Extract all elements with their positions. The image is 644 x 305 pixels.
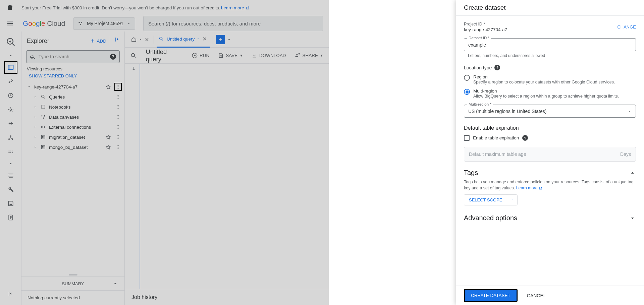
- close-icon[interactable]: [202, 36, 208, 42]
- help-icon[interactable]: ?: [522, 135, 528, 141]
- expiration-heading: Default table expiration: [464, 125, 636, 131]
- chevron-right-icon[interactable]: [33, 135, 38, 139]
- tab-divider: [154, 36, 154, 44]
- dataset-id-hint: Letters, numbers, and underscores allowe…: [464, 53, 636, 58]
- rail-item-icon[interactable]: [4, 169, 17, 182]
- download-button[interactable]: DOWNLOAD: [252, 53, 286, 58]
- region-radio[interactable]: Region Specify a region to colocate your…: [464, 74, 636, 84]
- select-scope-button[interactable]: SELECT SCOPE: [464, 194, 507, 205]
- panel-title: Create dataset: [456, 0, 644, 16]
- svg-point-30: [118, 125, 119, 126]
- tree-row[interactable]: Queries: [21, 92, 124, 102]
- multiregion-radio[interactable]: Multi-region Allow BigQuery to select a …: [464, 88, 636, 99]
- more-menu-icon[interactable]: [114, 114, 122, 120]
- cancel-button[interactable]: CANCEL: [524, 290, 549, 301]
- explorer-search[interactable]: ?: [26, 50, 120, 63]
- chevron-down-icon[interactable]: [27, 85, 32, 89]
- run-button[interactable]: RUN: [192, 53, 209, 58]
- rail-transfers-icon[interactable]: [4, 75, 17, 88]
- svg-point-3: [7, 38, 13, 44]
- tree-row[interactable]: Data canvases: [21, 112, 124, 122]
- explorer-search-input[interactable]: [39, 54, 107, 59]
- star-icon[interactable]: [104, 144, 112, 150]
- google-cloud-logo[interactable]: Google Cloud: [23, 19, 65, 27]
- query-icon: [159, 36, 165, 42]
- rail-separator: [10, 55, 11, 56]
- radio-checked-icon: [464, 89, 470, 95]
- chevron-right-icon[interactable]: [33, 105, 38, 109]
- hamburger-menu-icon[interactable]: [5, 19, 15, 28]
- tree-row[interactable]: migration_dataset: [21, 132, 124, 142]
- summary-toggle[interactable]: SUMMARY: [21, 277, 124, 290]
- more-menu-icon[interactable]: [114, 104, 122, 110]
- chevron-right-icon[interactable]: [33, 115, 38, 119]
- tree-row[interactable]: Notebooks: [21, 102, 124, 112]
- multiregion-select[interactable]: US (multiple regions in United States): [464, 105, 636, 118]
- dataset-icon: [40, 144, 46, 150]
- collapse-explorer-icon[interactable]: [110, 36, 119, 46]
- bigquery-icon[interactable]: [4, 36, 17, 48]
- rail-item-icon[interactable]: [4, 197, 17, 210]
- chevron-down-icon[interactable]: [227, 38, 231, 42]
- chevron-up-icon[interactable]: [629, 170, 636, 176]
- change-project-button[interactable]: CHANGE: [617, 24, 636, 29]
- chevron-right-icon[interactable]: [33, 95, 38, 99]
- tags-learn-more-link[interactable]: Learn more: [516, 186, 542, 190]
- resource-tree: key-range-427704-a7 Queries Notebooks: [21, 82, 124, 273]
- multiregion-select-label: Multi-region *: [467, 102, 493, 106]
- rail-item-icon[interactable]: [4, 211, 17, 224]
- more-menu-icon[interactable]: [114, 94, 122, 100]
- more-menu-icon[interactable]: [114, 83, 122, 91]
- svg-point-51: [192, 53, 197, 58]
- rail-expand-icon[interactable]: [4, 288, 17, 300]
- rail-reservations-icon[interactable]: [4, 117, 17, 130]
- left-rail: [0, 32, 21, 305]
- create-dataset-button[interactable]: CREATE DATASET: [464, 289, 518, 302]
- global-search[interactable]: Search (/) for resources, docs, products…: [143, 16, 323, 31]
- svg-point-48: [118, 148, 119, 149]
- chevron-right-icon[interactable]: [33, 125, 38, 129]
- tree-row[interactable]: External connections: [21, 122, 124, 132]
- chevron-down-icon[interactable]: [197, 37, 200, 41]
- chevron-right-icon[interactable]: [33, 145, 38, 149]
- rail-explorer-icon[interactable]: [4, 61, 17, 74]
- tree-row[interactable]: mongo_bq_dataset: [21, 142, 124, 152]
- svg-point-53: [296, 54, 298, 55]
- star-icon[interactable]: [104, 134, 112, 140]
- more-menu-icon[interactable]: [114, 144, 122, 150]
- project-picker[interactable]: My Project 49591: [73, 17, 135, 30]
- home-tab[interactable]: [129, 33, 151, 46]
- chevron-down-icon[interactable]: [139, 38, 142, 41]
- save-button[interactable]: SAVE▼: [218, 53, 243, 58]
- rail-scheduled-icon[interactable]: [4, 89, 17, 102]
- new-tab-button[interactable]: [216, 35, 225, 44]
- chevron-down-icon[interactable]: [629, 215, 636, 222]
- untitled-query-tab[interactable]: Untitled query: [157, 32, 210, 48]
- job-history-bar[interactable]: Job history: [125, 289, 329, 305]
- more-menu-icon[interactable]: [114, 134, 122, 140]
- close-icon[interactable]: [144, 37, 150, 42]
- help-icon[interactable]: ?: [494, 65, 500, 70]
- svg-rect-33: [42, 135, 45, 139]
- tree-project-row[interactable]: key-range-427704-a7: [21, 82, 124, 92]
- enable-expiration-checkbox[interactable]: Enable table expiration ?: [464, 135, 636, 141]
- share-button[interactable]: SHARE▼: [295, 53, 323, 58]
- svg-point-34: [42, 136, 43, 137]
- code-editor[interactable]: 1: [125, 64, 329, 289]
- show-starred-link[interactable]: SHOW STARRED ONLY: [21, 72, 124, 82]
- query-icon[interactable]: [130, 52, 137, 59]
- resize-handle[interactable]: [21, 273, 124, 277]
- help-icon[interactable]: ?: [110, 54, 116, 60]
- rail-item-icon[interactable]: [4, 145, 17, 158]
- add-button[interactable]: ADD: [90, 38, 106, 44]
- rail-admin-icon[interactable]: [4, 103, 17, 116]
- dataset-icon: [40, 134, 46, 140]
- star-icon[interactable]: [104, 84, 112, 90]
- select-scope-dropdown[interactable]: [507, 194, 518, 205]
- more-menu-icon[interactable]: [114, 124, 122, 130]
- rail-bi-engine-icon[interactable]: [4, 131, 17, 144]
- svg-point-26: [118, 115, 119, 116]
- promo-learn-more-link[interactable]: Learn more: [221, 5, 250, 10]
- dataset-id-input[interactable]: [464, 38, 636, 51]
- rail-settings-icon[interactable]: [4, 183, 17, 196]
